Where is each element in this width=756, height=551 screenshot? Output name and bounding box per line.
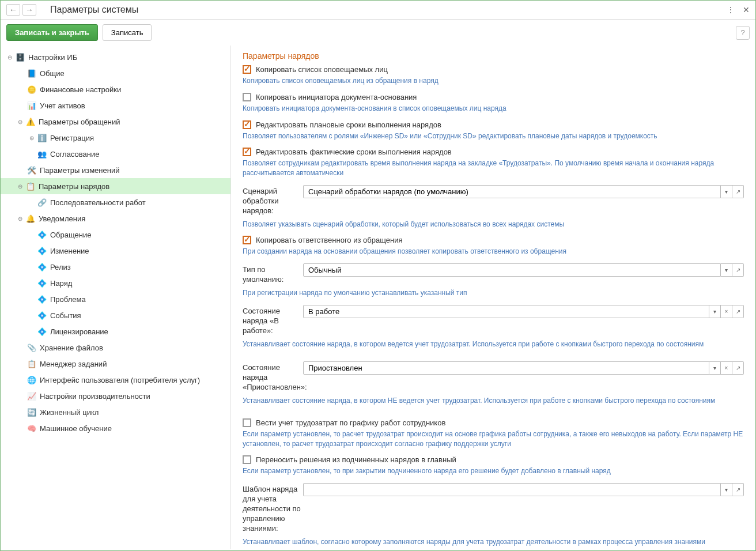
- checkbox-copy-responsible[interactable]: [243, 236, 251, 244]
- template-input[interactable]: [303, 483, 721, 496]
- tree-item-n-license[interactable]: 💠Лицензирование: [1, 323, 230, 339]
- dropdown-icon[interactable]: ▾: [721, 263, 732, 277]
- open-icon[interactable]: ↗: [732, 361, 744, 375]
- nav-forward-button[interactable]: →: [22, 4, 36, 16]
- checkbox-track-schedule[interactable]: [243, 418, 251, 427]
- window-title: Параметры системы: [50, 5, 138, 15]
- close-icon[interactable]: ✕: [743, 5, 750, 14]
- collapse-icon[interactable]: ⊖: [17, 118, 24, 125]
- coins-icon: 🪙: [27, 85, 36, 94]
- tree-item-assets[interactable]: 📊Учет активов: [1, 97, 230, 114]
- tree-item-sequences[interactable]: 🔗Последовательности работ: [1, 194, 230, 210]
- dropdown-icon[interactable]: ▾: [709, 305, 721, 318]
- tree-item-changes[interactable]: 🛠️Параметры изменений: [1, 162, 230, 178]
- list-icon: 📋: [27, 359, 36, 368]
- hint-text: Если параметр установлен, то при закрыти…: [243, 466, 744, 476]
- link-icon: 🔗: [37, 198, 47, 207]
- scenario-label: Сценарий обработки нарядов:: [243, 185, 303, 216]
- titlebar: ← → Параметры системы ⋮ ✕: [1, 1, 755, 20]
- hint-text: Устанавливает состояние наряда, в которо…: [243, 396, 744, 406]
- collapse-icon[interactable]: ⊖: [17, 183, 24, 190]
- tree-item-n-request[interactable]: 💠Обращение: [1, 227, 230, 243]
- hint-text: Позволяет пользователям с ролями «Инжене…: [243, 131, 744, 141]
- tree-item-perf[interactable]: 📈Настройки производительности: [1, 388, 230, 404]
- warning-icon: ⚠️: [26, 117, 35, 126]
- tree-item-n-release[interactable]: 💠Релиз: [1, 259, 230, 275]
- state1-label: Состояние наряда «В работе»:: [243, 305, 303, 336]
- tree-item-approval[interactable]: 👥Согласование: [1, 146, 230, 162]
- hint-text: Устанавливает шаблон, согласно которому …: [243, 537, 744, 547]
- hint-text: При регистрации наряда по умолчанию уста…: [243, 288, 744, 298]
- diamond-icon: 💠: [37, 311, 47, 320]
- checkbox-edit-planned[interactable]: [243, 120, 251, 129]
- diamond-icon: 💠: [37, 262, 47, 271]
- tree-item-storage[interactable]: 📎Хранение файлов: [1, 339, 230, 356]
- save-button[interactable]: Записать: [103, 24, 152, 41]
- tree-item-financial[interactable]: 🪙Финансовые настройки: [1, 81, 230, 97]
- open-icon[interactable]: ↗: [732, 185, 744, 198]
- diamond-icon: 💠: [37, 278, 47, 288]
- tree-item-tasks[interactable]: ⊖📋Параметры нарядов: [1, 178, 230, 194]
- collapse-icon[interactable]: ⊖: [6, 54, 13, 61]
- checkbox-copy-notified[interactable]: [243, 65, 251, 74]
- tree-item-general[interactable]: 📘Общие: [1, 65, 230, 81]
- diamond-icon: 💠: [37, 246, 47, 255]
- tree-item-registration[interactable]: ⊕ℹ️Регистрация: [1, 130, 230, 146]
- tools-icon: 🛠️: [27, 165, 36, 175]
- bell-icon: 🔔: [26, 214, 35, 223]
- type-label: Тип по умолчанию:: [243, 263, 303, 285]
- content-panel: Параметры нарядов Копировать список опов…: [231, 46, 755, 549]
- scenario-input[interactable]: [303, 185, 721, 198]
- task-icon: 📋: [26, 182, 35, 191]
- cycle-icon: 🔄: [27, 407, 36, 417]
- info-icon: 📘: [27, 69, 36, 78]
- hint-text: Устанавливает состояние наряда, в которо…: [243, 339, 744, 349]
- hint-text: Позволяет указывать сценарий обработки, …: [243, 220, 744, 229]
- clip-icon: 📎: [27, 343, 36, 352]
- expand-icon[interactable]: ⊕: [28, 134, 35, 141]
- open-icon[interactable]: ↗: [732, 483, 744, 496]
- collapse-icon[interactable]: ⊖: [17, 215, 24, 222]
- hint-text: Копировать инициатора документа-основани…: [243, 104, 744, 114]
- checkbox-copy-initiator[interactable]: [243, 93, 251, 101]
- clear-icon[interactable]: ×: [721, 361, 732, 375]
- help-button[interactable]: ?: [736, 26, 750, 40]
- state1-input[interactable]: [303, 305, 709, 318]
- diamond-icon: 💠: [37, 230, 47, 239]
- brain-icon: 🧠: [27, 424, 36, 433]
- state2-input[interactable]: [303, 361, 709, 375]
- tree-item-lifecycle[interactable]: 🔄Жизненный цикл: [1, 404, 230, 420]
- dropdown-icon[interactable]: ▾: [709, 361, 721, 375]
- gauge-icon: 📈: [27, 391, 36, 401]
- globe-icon: 🌐: [27, 375, 36, 384]
- hint-text: При создании наряда на основании обращен…: [243, 247, 744, 256]
- toolbar: Записать и закрыть Записать ?: [1, 20, 755, 46]
- diamond-icon: 💠: [37, 327, 47, 336]
- more-icon[interactable]: ⋮: [727, 5, 735, 14]
- tree-root[interactable]: ⊖ 🗄️ Настройки ИБ: [1, 49, 230, 65]
- tree-item-requests[interactable]: ⊖⚠️Параметры обращений: [1, 114, 230, 130]
- tree-item-jobmgr[interactable]: 📋Менеджер заданий: [1, 356, 230, 372]
- clear-icon[interactable]: ×: [721, 305, 732, 318]
- type-input[interactable]: [303, 263, 721, 277]
- tree-item-notifications[interactable]: ⊖🔔Уведомления: [1, 210, 230, 227]
- section-title: Параметры нарядов: [243, 51, 744, 61]
- nav-back-button[interactable]: ←: [6, 4, 20, 16]
- tree-item-n-change[interactable]: 💠Изменение: [1, 243, 230, 259]
- tree-item-n-problem[interactable]: 💠Проблема: [1, 291, 230, 307]
- template-label: Шаблон наряда для учета деятельности по …: [243, 483, 303, 533]
- tree-item-ui[interactable]: 🌐Интерфейс пользователя (потребителя усл…: [1, 372, 230, 388]
- checkbox-edit-actual[interactable]: [243, 148, 251, 156]
- dropdown-icon[interactable]: ▾: [721, 483, 732, 496]
- open-icon[interactable]: ↗: [732, 305, 744, 318]
- hint-text: Если параметр установлен, то расчет труд…: [243, 429, 744, 449]
- hint-text: Позволяет сотрудникам редактировать врем…: [243, 158, 744, 178]
- tree-item-ml[interactable]: 🧠Машинное обучение: [1, 420, 230, 436]
- tree-item-n-events[interactable]: 💠События: [1, 307, 230, 323]
- diamond-icon: 💠: [37, 295, 47, 304]
- save-close-button[interactable]: Записать и закрыть: [6, 24, 98, 41]
- checkbox-transfer-solutions[interactable]: [243, 455, 251, 464]
- open-icon[interactable]: ↗: [732, 263, 744, 277]
- tree-item-n-task[interactable]: 💠Наряд: [1, 275, 230, 291]
- dropdown-icon[interactable]: ▾: [721, 185, 732, 198]
